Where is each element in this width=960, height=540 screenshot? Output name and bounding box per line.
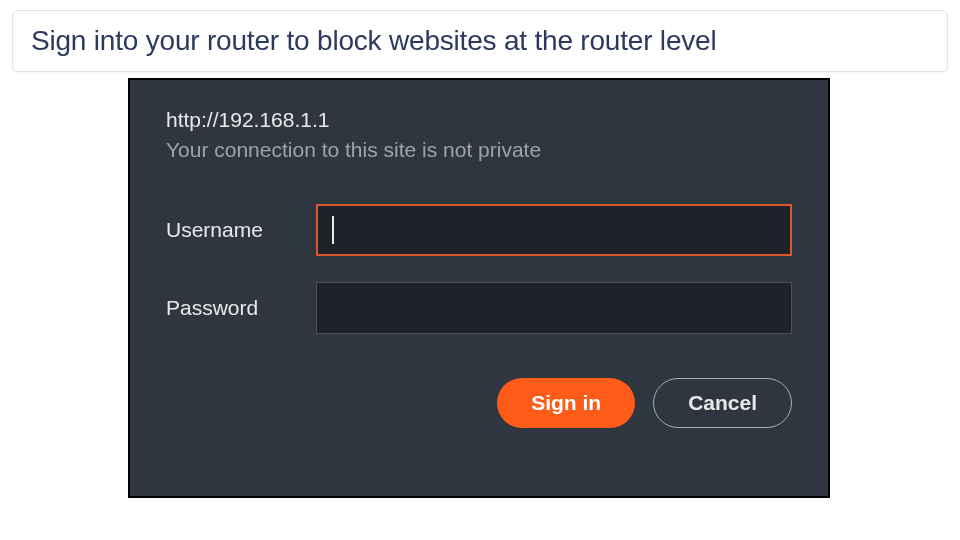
password-row: Password	[166, 282, 792, 334]
username-row: Username	[166, 204, 792, 256]
password-label: Password	[166, 296, 316, 320]
instruction-caption: Sign into your router to block websites …	[12, 10, 948, 72]
text-cursor-icon	[332, 216, 334, 244]
dialog-button-row: Sign in Cancel	[166, 378, 792, 428]
password-input[interactable]	[316, 282, 792, 334]
auth-dialog: http://192.168.1.1 Your connection to th…	[128, 78, 830, 498]
instruction-caption-text: Sign into your router to block websites …	[31, 25, 929, 57]
signin-button[interactable]: Sign in	[497, 378, 635, 428]
dialog-url: http://192.168.1.1	[166, 108, 792, 132]
privacy-warning: Your connection to this site is not priv…	[166, 138, 792, 162]
username-label: Username	[166, 218, 316, 242]
cancel-button[interactable]: Cancel	[653, 378, 792, 428]
username-input[interactable]	[316, 204, 792, 256]
